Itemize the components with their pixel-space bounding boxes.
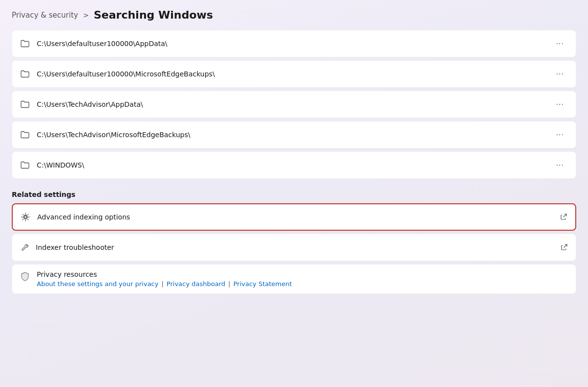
folder-item[interactable]: C:\Users\defaultuser100000\AppData\ ··· [12, 30, 576, 57]
privacy-link-statement[interactable]: Privacy Statement [233, 280, 292, 288]
settings-item-left: Indexer troubleshooter [20, 243, 114, 252]
settings-item-left: Advanced indexing options [21, 212, 130, 222]
settings-label: Advanced indexing options [37, 213, 130, 221]
folder-path: C:\Users\defaultuser100000\MicrosoftEdge… [37, 70, 215, 78]
folder-icon [20, 39, 30, 48]
folder-path: C:\Users\defaultuser100000\AppData\ [37, 40, 168, 48]
folder-more-button[interactable]: ··· [552, 98, 568, 111]
breadcrumb-parent[interactable]: Privacy & security [12, 11, 78, 20]
folder-icon [20, 130, 30, 140]
external-link-icon [561, 213, 567, 221]
folder-item[interactable]: C:\WINDOWS\ ··· [12, 151, 576, 179]
folder-more-button[interactable]: ··· [552, 159, 568, 171]
folder-icon [20, 99, 30, 109]
wrench-icon [20, 243, 29, 252]
folder-item[interactable]: C:\Users\TechAdvisor\AppData\ ··· [12, 91, 576, 118]
folder-item-left: C:\Users\defaultuser100000\MicrosoftEdge… [20, 69, 215, 79]
privacy-resources-item: Privacy resources About these settings a… [12, 264, 576, 294]
gear-icon [21, 212, 30, 222]
privacy-link-dashboard[interactable]: Privacy dashboard [167, 280, 225, 288]
folder-item-left: C:\WINDOWS\ [20, 160, 84, 170]
privacy-separator-2: | [228, 280, 230, 288]
privacy-link-about[interactable]: About these settings and your privacy [37, 280, 158, 288]
folder-icon [20, 160, 30, 170]
svg-point-0 [24, 216, 27, 218]
shield-icon [20, 271, 30, 284]
settings-item-indexer-troubleshooter[interactable]: Indexer troubleshooter [12, 234, 576, 261]
settings-list: Advanced indexing options Indexer troubl… [12, 203, 576, 261]
privacy-title: Privacy resources [37, 270, 292, 278]
folder-more-button[interactable]: ··· [552, 37, 568, 50]
folder-item[interactable]: C:\Users\TechAdvisor\MicrosoftEdgeBackup… [12, 121, 576, 148]
privacy-links: About these settings and your privacy | … [37, 280, 292, 288]
breadcrumb-chevron: > [83, 11, 89, 19]
breadcrumb: Privacy & security > Searching Windows [12, 9, 576, 21]
folder-item-left: C:\Users\TechAdvisor\AppData\ [20, 99, 143, 109]
folder-item-left: C:\Users\defaultuser100000\AppData\ [20, 39, 168, 48]
folder-path: C:\Users\TechAdvisor\MicrosoftEdgeBackup… [37, 131, 190, 139]
folder-list: C:\Users\defaultuser100000\AppData\ ··· … [12, 30, 576, 179]
folder-more-button[interactable]: ··· [552, 68, 568, 80]
folder-path: C:\WINDOWS\ [37, 161, 84, 169]
external-link-icon [561, 243, 568, 252]
page-container: Privacy & security > Searching Windows C… [0, 0, 588, 387]
privacy-separator-1: | [161, 280, 163, 288]
folder-item[interactable]: C:\Users\defaultuser100000\MicrosoftEdge… [12, 60, 576, 88]
privacy-content: Privacy resources About these settings a… [37, 270, 292, 288]
settings-label: Indexer troubleshooter [36, 243, 114, 251]
folder-path: C:\Users\TechAdvisor\AppData\ [37, 100, 143, 108]
folder-icon [20, 69, 30, 79]
related-settings-label: Related settings [12, 191, 576, 198]
page-title: Searching Windows [94, 9, 213, 21]
folder-more-button[interactable]: ··· [552, 128, 568, 141]
settings-item-advanced-indexing[interactable]: Advanced indexing options [12, 203, 576, 231]
folder-item-left: C:\Users\TechAdvisor\MicrosoftEdgeBackup… [20, 130, 190, 140]
